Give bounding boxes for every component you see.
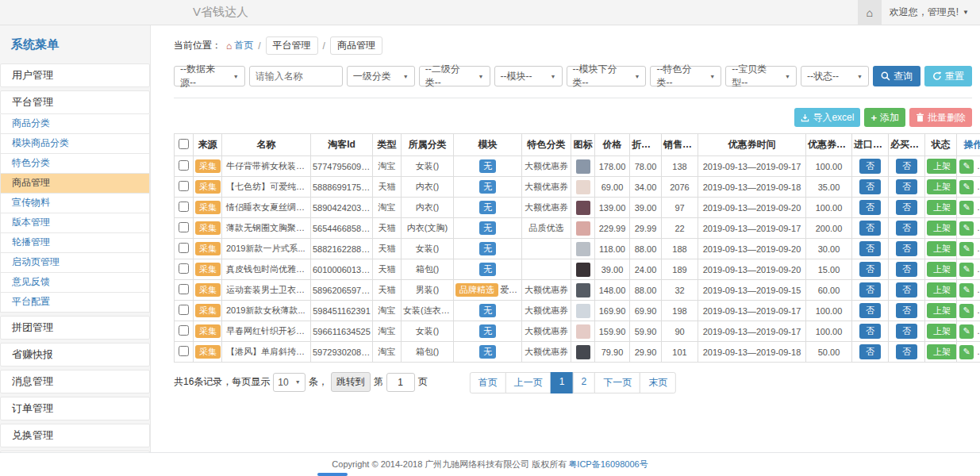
filter-select-source[interactable]: --数据来源-- ▼ xyxy=(174,66,245,86)
row-checkbox[interactable] xyxy=(179,284,189,294)
page-button[interactable]: 首页 xyxy=(470,372,506,393)
must-buy-toggle[interactable]: 否 xyxy=(896,159,917,174)
per-page-select[interactable]: 10 ▼ xyxy=(273,373,305,392)
sidebar-item[interactable]: 版本管理 xyxy=(0,213,150,233)
icp-link[interactable]: 粤ICP备16098006号 xyxy=(568,459,648,470)
edit-button[interactable]: ✎ xyxy=(959,283,974,298)
sidebar-item[interactable]: 启动页管理 xyxy=(0,253,150,273)
batch-delete-button[interactable]: 批量删除 xyxy=(909,108,972,127)
import-select-toggle[interactable]: 否 xyxy=(859,303,881,318)
must-buy-toggle[interactable]: 否 xyxy=(896,324,917,339)
edit-button[interactable]: ✎ xyxy=(959,345,974,359)
page-number-input[interactable] xyxy=(386,373,415,392)
status-toggle[interactable]: 上架 xyxy=(927,262,957,277)
status-toggle[interactable]: 上架 xyxy=(927,221,957,236)
page-button[interactable]: 1 xyxy=(551,372,574,393)
edit-button[interactable]: ✎ xyxy=(959,263,974,277)
edit-button[interactable]: ✎ xyxy=(959,304,974,318)
import-select-toggle[interactable]: 否 xyxy=(859,344,881,359)
filter-select[interactable]: --特色分类-- ▼ xyxy=(650,66,721,86)
import-select-toggle[interactable]: 否 xyxy=(859,324,881,339)
status-toggle[interactable]: 上架 xyxy=(927,241,957,256)
status-toggle[interactable]: 上架 xyxy=(927,200,957,215)
row-checkbox[interactable] xyxy=(179,243,189,253)
sidebar-item[interactable]: 用户管理 xyxy=(0,63,150,87)
must-buy-toggle[interactable]: 否 xyxy=(896,303,917,318)
breadcrumb-home-link[interactable]: ⌂ 首页 xyxy=(226,39,253,52)
taoke-id: 589620659791 xyxy=(311,280,373,301)
row-checkbox[interactable] xyxy=(179,202,189,212)
must-buy-toggle[interactable]: 否 xyxy=(896,344,917,359)
row-checkbox[interactable] xyxy=(179,160,189,171)
filter-select[interactable]: --宝贝类型-- ▼ xyxy=(725,66,797,86)
must-buy-toggle[interactable]: 否 xyxy=(896,200,917,215)
table-row: 采集 【港风】单肩斜挎链条... 597293020870 淘宝 箱包() 无 … xyxy=(175,342,980,363)
sidebar-item[interactable]: 订单管理 xyxy=(0,397,150,420)
sidebar-item[interactable]: 意见反馈 xyxy=(0,273,150,293)
row-checkbox[interactable] xyxy=(179,181,189,191)
status-toggle[interactable]: 上架 xyxy=(927,282,957,298)
filter-select[interactable]: --二级分类-- ▼ xyxy=(419,66,490,86)
status-toggle[interactable]: 上架 xyxy=(927,324,957,339)
row-checkbox[interactable] xyxy=(179,305,189,315)
import-select-toggle[interactable]: 否 xyxy=(859,159,881,174)
add-button[interactable]: + 添加 xyxy=(864,108,905,127)
import-select-toggle[interactable]: 否 xyxy=(859,241,881,256)
import-select-toggle[interactable]: 否 xyxy=(859,262,881,277)
horizontal-scrollbar-thumb[interactable] xyxy=(317,473,348,476)
edit-button[interactable]: ✎ xyxy=(959,221,974,236)
status-toggle[interactable]: 上架 xyxy=(927,303,957,318)
status-toggle[interactable]: 上架 xyxy=(927,179,957,194)
edit-button[interactable]: ✎ xyxy=(959,324,974,339)
sidebar-item[interactable]: 商品管理 xyxy=(0,174,150,194)
sidebar-item[interactable]: 拼团管理 xyxy=(0,316,150,340)
status-toggle[interactable]: 上架 xyxy=(927,344,957,359)
filter-select[interactable]: --模块下分类-- ▼ xyxy=(567,66,647,86)
edit-button[interactable]: ✎ xyxy=(959,180,974,194)
edit-button[interactable]: ✎ xyxy=(959,159,974,174)
filter-select[interactable]: --模块-- ▼ xyxy=(494,66,563,86)
row-checkbox[interactable] xyxy=(179,346,189,356)
sidebar-item[interactable]: 兑换管理 xyxy=(0,424,150,447)
jump-button[interactable]: 跳转到 xyxy=(331,372,371,392)
search-button[interactable]: 查询 xyxy=(873,66,920,86)
import-select-toggle[interactable]: 否 xyxy=(859,200,881,215)
must-buy-toggle[interactable]: 否 xyxy=(896,179,917,194)
select-all-checkbox[interactable] xyxy=(179,139,189,149)
page-button[interactable]: 2 xyxy=(573,372,596,393)
edit-button[interactable]: ✎ xyxy=(959,201,974,215)
import-select-toggle[interactable]: 否 xyxy=(859,221,881,236)
breadcrumb-item[interactable]: 商品管理 xyxy=(330,36,382,55)
row-checkbox[interactable] xyxy=(179,325,189,336)
breadcrumb-item[interactable]: 平台管理 xyxy=(266,36,318,55)
page-button[interactable]: 末页 xyxy=(640,372,676,393)
name-search-input[interactable] xyxy=(249,66,343,86)
sidebar-item[interactable]: 消息管理 xyxy=(0,370,150,393)
must-buy-toggle[interactable]: 否 xyxy=(896,241,917,256)
sidebar-item[interactable]: 商品分类 xyxy=(0,114,150,134)
row-checkbox[interactable] xyxy=(179,222,189,232)
import-select-toggle[interactable]: 否 xyxy=(859,282,881,298)
filter-select[interactable]: --状态-- ▼ xyxy=(801,66,869,86)
must-buy-toggle[interactable]: 否 xyxy=(896,262,917,277)
import-excel-button[interactable]: 导入excel xyxy=(794,108,860,127)
reset-button[interactable]: 重置 xyxy=(924,66,972,86)
status-toggle[interactable]: 上架 xyxy=(927,159,957,174)
edit-button[interactable]: ✎ xyxy=(959,242,974,256)
sidebar-item[interactable]: 省赚快报 xyxy=(0,343,150,367)
must-buy-toggle[interactable]: 否 xyxy=(896,221,917,236)
home-button[interactable]: ⌂ xyxy=(858,0,882,25)
sidebar-item[interactable]: 轮播管理 xyxy=(0,233,150,253)
page-button[interactable]: 下一页 xyxy=(594,372,640,393)
import-select-toggle[interactable]: 否 xyxy=(859,179,881,194)
sidebar-item[interactable]: 宣传物料 xyxy=(0,194,150,213)
sidebar-item[interactable]: 特色分类 xyxy=(0,154,150,174)
user-menu[interactable]: 欢迎您，管理员! ▼ xyxy=(882,6,980,19)
filter-select[interactable]: 一级分类 ▼ xyxy=(347,66,415,86)
sidebar-item[interactable]: 平台配置 xyxy=(0,293,150,313)
must-buy-toggle[interactable]: 否 xyxy=(896,282,917,298)
row-checkbox[interactable] xyxy=(179,263,189,274)
sidebar-item[interactable]: 平台管理 xyxy=(0,90,150,114)
sidebar-item[interactable]: 模块商品分类 xyxy=(0,134,150,154)
page-button[interactable]: 上一页 xyxy=(505,372,551,393)
